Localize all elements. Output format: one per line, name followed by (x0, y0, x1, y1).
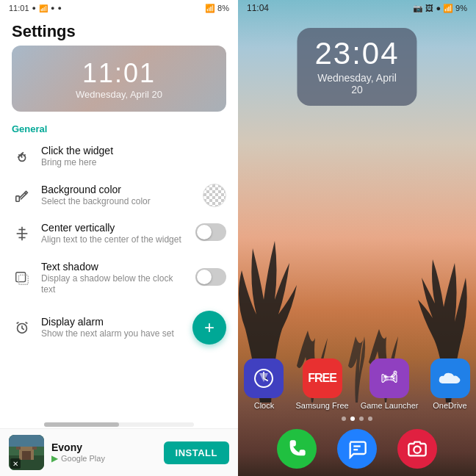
ad-thumbnail: ✕ (9, 435, 44, 470)
install-button[interactable]: INSTALL (164, 441, 229, 464)
toggle-knob-2 (197, 270, 212, 284)
svg-point-20 (393, 378, 394, 379)
background-color-subtitle: Select the background color (41, 196, 194, 208)
app-grid: Clock FREE Samsung Free Game (238, 358, 476, 410)
battery-right: 9% (455, 4, 467, 12)
center-vertically-title: Center vertically (41, 222, 187, 234)
svg-rect-7 (18, 275, 28, 284)
dot-right: ● (436, 4, 441, 12)
game-launcher-icon[interactable] (369, 358, 409, 398)
battery-level-left: 8% (217, 4, 229, 12)
center-vertically-text: Center vertically Align text to the cent… (41, 222, 187, 246)
settings-item-display-alarm[interactable]: Display alarm Show the next alarm you ha… (0, 303, 238, 352)
ad-title: Evony (51, 441, 156, 453)
phone-icon (286, 439, 307, 459)
samsung-free-label: Samsung Free (295, 401, 348, 410)
preview-date: Wednesday, April 20 (76, 89, 162, 100)
scroll-thumb (44, 422, 119, 427)
clock-widget[interactable]: 23:04 Wednesday, April 20 (297, 28, 416, 106)
dot-2 (350, 416, 355, 421)
status-bar-left: 11:01 ● 📶 ● ● 📶 8% (0, 0, 238, 16)
game-launcher-label: Game Launcher (361, 401, 419, 410)
click-widget-text: Click the widget Bring me here (41, 145, 226, 169)
ad-text: Evony ▶ Google Play (51, 441, 156, 464)
settings-item-center-vertically[interactable]: Center vertically Align text to the cent… (0, 214, 238, 253)
settings-list: Click the widget Bring me here Backgroun… (0, 137, 238, 421)
samsung-free-icon[interactable]: FREE (303, 358, 342, 398)
settings-item-click-widget[interactable]: Click the widget Bring me here (0, 137, 238, 176)
dot-1 (342, 416, 346, 421)
time-right: 11:04 (247, 3, 269, 13)
text-shadow-title: Text shadow (41, 261, 187, 273)
settings-item-background-color[interactable]: Background color Select the background c… (0, 176, 238, 215)
status-time-left: 11:01 ● 📶 ● ● (9, 4, 62, 12)
cloud-icon (438, 370, 463, 386)
dot-icon: ● (32, 4, 36, 12)
widget-date: Wednesday, April 20 (314, 72, 399, 95)
app-item-samsung-free[interactable]: FREE Samsung Free (295, 358, 348, 410)
background-color-icon (12, 185, 32, 206)
section-general: General (0, 119, 238, 137)
preview-time: 11:01 (82, 58, 156, 89)
wifi-signal-icon: 📶 (205, 4, 215, 13)
svg-rect-15 (9, 435, 44, 447)
widget-time: 23:04 (314, 38, 399, 69)
display-alarm-text: Display alarm Show the next alarm you ha… (41, 316, 184, 340)
background-color-text: Background color Select the background c… (41, 184, 194, 208)
center-vertically-icon (12, 223, 32, 244)
app-item-game-launcher[interactable]: Game Launcher (361, 358, 419, 410)
settings-item-text-shadow[interactable]: Text shadow Display a shadow below the c… (0, 253, 238, 303)
onedrive-label: OneDrive (433, 401, 466, 410)
text-shadow-icon (12, 268, 32, 289)
text-shadow-subtitle: Display a shadow below the clock text (41, 273, 187, 296)
camera-dock-icon[interactable] (397, 429, 437, 469)
notification-icons: 📷 🖼 (413, 4, 433, 13)
messages-icon (347, 439, 367, 459)
home-screen-panel: 11:04 📷 🖼 ● 📶 9% 23:04 Wednesday, April … (238, 0, 476, 476)
battery-dot: ● (51, 4, 54, 12)
signal-icon-right: 📶 (443, 4, 453, 13)
clock-preview: 11:01 Wednesday, April 20 (12, 46, 226, 112)
clock-icon (253, 367, 275, 389)
display-alarm-icon (12, 317, 32, 338)
messages-dock-icon[interactable] (337, 429, 377, 469)
color-swatch[interactable] (203, 184, 226, 207)
onedrive-icon[interactable] (430, 358, 470, 398)
display-alarm-subtitle: Show the next alarm you have set (41, 328, 184, 340)
click-widget-icon (12, 146, 32, 167)
close-ad-icon[interactable]: ✕ (10, 458, 21, 469)
app-item-onedrive[interactable]: OneDrive (430, 358, 470, 410)
text-shadow-text: Text shadow Display a shadow below the c… (41, 261, 187, 296)
background-color-control[interactable] (203, 184, 226, 207)
wifi-icon: 📶 (39, 4, 48, 12)
ad-store-name: Google Play (61, 454, 105, 463)
dot-3 (359, 416, 364, 421)
display-alarm-fab[interactable]: + (192, 311, 226, 345)
center-vertically-toggle[interactable] (195, 223, 226, 241)
text-shadow-toggle[interactable] (195, 268, 226, 286)
settings-panel: 11:01 ● 📶 ● ● 📶 8% Settings 11:01 Wednes… (0, 0, 238, 476)
clock-app-icon[interactable] (244, 358, 284, 398)
time-left: 11:01 (9, 4, 29, 12)
play-store-icon: ▶ (51, 453, 58, 464)
click-widget-subtitle: Bring me here (41, 157, 226, 169)
text-shadow-control[interactable] (195, 268, 226, 289)
center-vertically-subtitle: Align text to the center of the widget (41, 234, 187, 246)
status-bar-right: 11:04 📷 🖼 ● 📶 9% (238, 0, 476, 16)
ad-subtitle: ▶ Google Play (51, 453, 156, 464)
display-alarm-title: Display alarm (41, 316, 184, 328)
center-vertically-control[interactable] (195, 223, 226, 244)
add-alarm-button[interactable]: + (192, 311, 226, 345)
page-dots (238, 416, 476, 421)
scroll-indicator (44, 422, 194, 427)
ad-banner: ✕ Evony ▶ Google Play INSTALL (0, 428, 238, 476)
dot-4 (368, 416, 372, 421)
click-widget-title: Click the widget (41, 145, 226, 156)
status-icons-right: 📷 🖼 ● 📶 9% (413, 4, 467, 13)
game-icon (378, 367, 400, 389)
clock-app-label: Clock (254, 401, 275, 410)
dot-icon2: ● (57, 4, 61, 12)
camera-icon (407, 439, 428, 459)
phone-dock-icon[interactable] (277, 429, 317, 469)
app-item-clock[interactable]: Clock (244, 358, 284, 410)
